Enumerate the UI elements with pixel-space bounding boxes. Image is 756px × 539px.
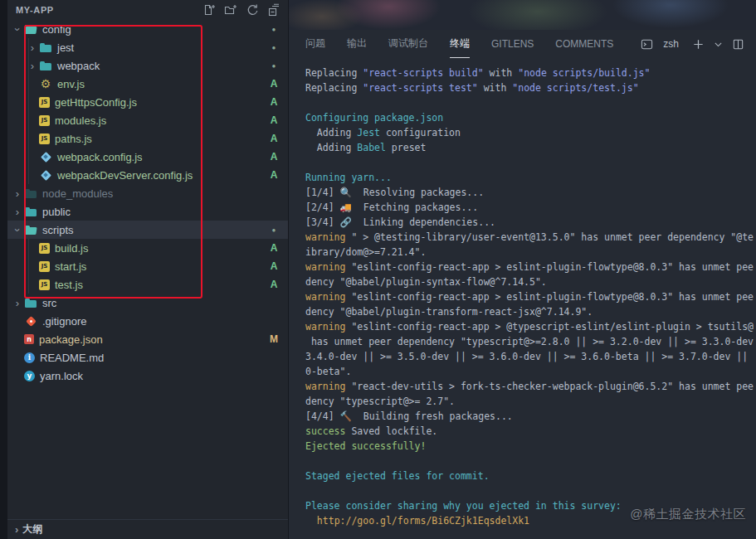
tree-item-start.js[interactable]: start.jsA [7,257,288,275]
folder-open-icon [24,22,37,36]
tree-item-label: package.json [39,333,103,346]
terminal-text: preset [386,142,426,153]
tree-item-config[interactable]: ›config● [7,20,288,38]
terminal-output[interactable]: Replacing "react-scripts build" with "no… [289,58,756,539]
new-terminal-icon[interactable] [692,38,705,51]
folder-icon [39,41,52,54]
terminal-text [305,515,317,527]
js-icon [39,97,50,108]
terminal-text: warning [305,261,345,273]
terminal-line: Adding Jest configuration [305,125,756,140]
tree-item-README.md[interactable]: README.md [7,348,288,367]
terminal-text: with [484,67,519,79]
terminal-text: " > @testing-library/user-event@13.5.0" … [345,231,754,243]
panel-tab-output[interactable]: 输出 [347,30,367,58]
js-icon [39,261,50,272]
tree-item-label: paths.js [55,133,92,145]
terminal-line [305,155,756,170]
panel-tab-problems[interactable]: 问题 [305,30,325,58]
tree-item-label: .gitignore [42,315,86,328]
new-file-icon[interactable] [202,2,217,17]
tree-item-yarn.lock[interactable]: yarn.lock [7,367,288,385]
vscode-window: MY-APP ›config●›jest●›webpack●env.jsAget… [0,0,756,539]
terminal-line: warning "eslint-config-react-app > eslin… [305,289,756,304]
collapse-all-icon[interactable] [266,2,281,17]
tree-item-webpack[interactable]: ›webpack● [7,56,288,75]
chevron-down-icon[interactable]: › [12,22,23,36]
tree-item-package.json[interactable]: package.jsonM [7,330,288,348]
chevron-right-icon[interactable]: › [11,298,24,308]
tree-item-scripts[interactable]: ›scripts● [7,221,288,239]
tree-item-jest[interactable]: ›jest● [7,38,288,56]
folder-icon [24,205,37,218]
terminal-text: Replacing [305,82,363,94]
tree-item-label: scripts [42,224,74,236]
tree-item-webpack.config.js[interactable]: webpack.config.jsA [7,148,288,166]
tree-item-.gitignore[interactable]: .gitignore [7,312,288,330]
chevron-right-icon[interactable]: › [26,61,39,71]
terminal-text: Staged ejected files for commit. [305,470,490,482]
chevron-right-icon[interactable]: › [26,42,39,53]
terminal-line [305,483,756,498]
js-icon [39,243,50,254]
js-icon [39,134,50,144]
folder-icon [39,59,52,72]
tree-item-src[interactable]: ›src [7,294,288,312]
terminal-text: "eslint-config-react-app > eslint-plugin… [345,261,754,273]
tree-item-node_modules[interactable]: ›node_modules [7,184,288,202]
tree-item-paths.js[interactable]: paths.jsA [7,129,288,148]
tree-item-webpackDevServer.config.js[interactable]: webpackDevServer.config.jsA [7,166,288,184]
terminal-line: warning "eslint-config-react-app > @type… [305,319,756,334]
tree-item-test.js[interactable]: test.jsA [7,275,288,294]
terminal-text: warning [305,381,345,392]
explorer-section-header[interactable]: MY-APP [7,0,288,20]
panel-tab-comments[interactable]: COMMENTS [555,30,613,58]
git-status-badge: ● [268,226,280,234]
git-status-badge: A [268,260,280,272]
tree-item-label: start.js [55,260,86,273]
tree-item-label: getHttpsConfig.js [55,96,137,109]
tree-item-build.js[interactable]: build.jsA [7,239,288,257]
terminal-text: [3/4] 🔗 Linking dependencies... [305,216,495,228]
terminal-line: ibrary/dom@>=7.21.4". [305,245,756,260]
explorer-sidebar: MY-APP ›config●›jest●›webpack●env.jsAget… [7,0,288,539]
terminal-text: "node scripts/build.js" [518,67,650,79]
panel-tab-gitlens[interactable]: GITLENS [491,30,534,58]
panel-tab-debug-console[interactable]: 调试制台 [388,30,428,58]
tree-item-getHttpsConfig.js[interactable]: getHttpsConfig.jsA [7,93,288,111]
yarn-icon [24,371,35,381]
terminal-text: Replacing [305,67,363,79]
tree-item-modules.js[interactable]: modules.jsA [7,111,288,129]
tree-item-public[interactable]: ›public [7,202,288,221]
refresh-icon[interactable] [245,2,260,17]
activity-bar [0,0,7,539]
chevron-right-icon[interactable]: › [11,206,24,217]
tree-item-label: webpack [57,60,100,72]
survey-link[interactable]: http://goo.gl/forms/Bi6CZjk1EqsdelXk1 [317,515,529,527]
outline-section-header[interactable]: › 大纲 [7,519,288,539]
chevron-right-icon[interactable]: › [11,188,24,199]
chevron-right-icon: › [15,524,18,535]
git-status-badge: A [268,169,280,181]
terminal-line: Replacing "react-scripts build" with "no… [305,66,756,80]
new-folder-icon[interactable] [223,2,238,17]
panel-tab-terminal[interactable]: 终端 [450,30,470,58]
terminal-text: dency "typescript@>= 2.7". [305,396,455,407]
terminal-text: warning [305,321,345,333]
tree-item-env.js[interactable]: env.jsA [7,75,288,93]
terminal-text: Adding [305,142,357,153]
terminal-panel: 问题输出调试制台终端GITLENSCOMMENTS zsh Replacing … [288,0,756,539]
chevron-down-icon[interactable]: › [12,223,23,236]
webpack-icon [39,150,52,163]
terminal-text: dency "@babel/plugin-transform-react-jsx… [305,306,593,318]
project-title: MY-APP [16,5,54,15]
git-status-badge: A [268,114,280,126]
shell-name[interactable]: zsh [663,38,679,50]
chevron-down-icon[interactable] [713,39,724,50]
terminal-line [305,454,756,469]
terminal-text: Saved lockfile. [345,425,437,437]
terminal-text: "react-dev-utils > fork-ts-checker-webpa… [345,381,754,392]
terminal-line: dency "@babel/plugin-syntax-flow@^7.14.5… [305,274,756,289]
split-terminal-icon[interactable] [732,38,744,51]
terminal-line: [3/4] 🔗 Linking dependencies... [305,215,756,230]
